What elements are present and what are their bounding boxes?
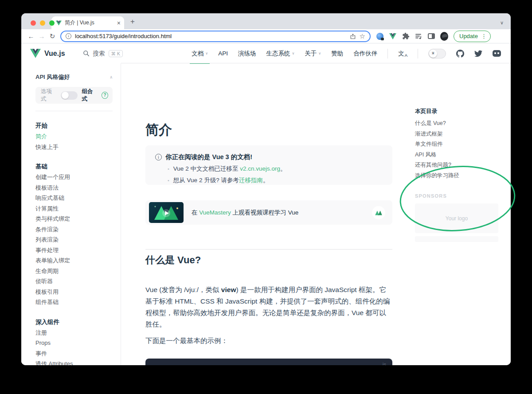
sidebar-group-start: 开始 简介 快速上手 (35, 121, 113, 152)
toc-item[interactable]: 还有其他问题? (415, 160, 509, 171)
sidebar-item[interactable]: 表单输入绑定 (35, 255, 113, 266)
navbar-links: 文档∨ API 演练场 生态系统∨ 关于∨ 赞助 合作伙伴 文A ☀ (192, 49, 501, 59)
sponsor-placeholder[interactable]: Your logo (415, 203, 498, 233)
browser-tab[interactable]: 简介 | Vue.js × (51, 16, 124, 29)
share-icon[interactable] (350, 33, 356, 39)
doc-content: 简介 i 你正在阅读的是 Vue 3 的文档! • Vue 2 中文文档已迁移至… (145, 63, 392, 365)
twitter-icon[interactable] (474, 50, 482, 58)
minimize-window-button[interactable] (40, 20, 45, 26)
vuemastery-banner[interactable]: 在 VueMastery 上观看视频课程学习 Vue (145, 200, 392, 225)
vpn-extension-icon[interactable] (376, 32, 384, 40)
composition-api-label[interactable]: 组合式 (82, 88, 98, 103)
tab-search-chevron-icon[interactable]: ∨ (500, 20, 504, 29)
sponsor-placeholder-text: Your logo (446, 215, 468, 222)
migration-guide-link[interactable]: 迁移指南 (239, 177, 263, 183)
url-bar[interactable]: i localhost:5173/guide/introduction.html… (60, 31, 371, 42)
divider (35, 111, 113, 111)
intro-paragraph: Vue (发音为 /vjuː/，类似 view) 是一款用于构建用户界面的 Ja… (145, 284, 392, 330)
search-label: 搜索 (93, 50, 105, 58)
profile-avatar[interactable] (440, 32, 448, 40)
brand-name: Vue.js (44, 50, 65, 58)
translate-icon[interactable]: 文A (398, 50, 407, 58)
search-kbd-hint: ⌘ K (109, 50, 123, 57)
theme-toggle[interactable]: ☀ (428, 49, 446, 59)
options-api-label[interactable]: 选项式 (41, 88, 56, 103)
code-block[interactable]: js import { createApp } from 'vue' creat… (145, 359, 392, 365)
api-style-toggle[interactable] (61, 91, 78, 100)
toc-item[interactable]: 渐进式框架 (415, 129, 509, 140)
back-button[interactable]: ← (26, 32, 36, 40)
search-button[interactable]: 搜索 ⌘ K (83, 50, 123, 58)
sidebar-item[interactable]: 事件处理 (35, 245, 113, 256)
sidebar-item-introduction[interactable]: 简介 (35, 131, 113, 142)
browser-window: 简介 | Vue.js × + ∨ ← → ↻ i localhost:5173… (21, 13, 511, 365)
browser-toolbar: ← → ↻ i localhost:5173/guide/introductio… (21, 29, 511, 43)
close-window-button[interactable] (31, 20, 36, 26)
sidebar-item[interactable]: 类与样式绑定 (35, 214, 113, 224)
sidebar-item[interactable]: 模板引用 (35, 287, 113, 297)
maximize-window-button[interactable] (49, 20, 55, 26)
sidebar-item[interactable]: 透传 Attributes (35, 359, 113, 365)
new-tab-button[interactable]: + (130, 17, 135, 29)
toc-item[interactable]: 单文件组件 (415, 139, 509, 150)
api-preference-title: API 风格偏好 (35, 73, 70, 81)
nav-link-partners[interactable]: 合作伙伴 (353, 50, 377, 58)
api-preference-header[interactable]: API 风格偏好 ∧ (35, 73, 113, 81)
sidebar-item[interactable]: 创建一个应用 (35, 172, 113, 183)
vuemastery-link[interactable]: VueMastery (199, 209, 231, 216)
nav-link-ecosystem[interactable]: 生态系统∨ (266, 50, 294, 58)
sidebar-item[interactable]: 条件渲染 (35, 224, 113, 235)
sidebar-item[interactable]: Props (35, 338, 113, 348)
nav-link-docs[interactable]: 文档∨ (192, 50, 208, 58)
reload-button[interactable]: ↻ (47, 32, 58, 40)
toc-title: 本页目录 (415, 108, 509, 116)
toc-item[interactable]: 选择你的学习路径 (415, 171, 509, 181)
chevron-down-icon: ∨ (205, 51, 208, 55)
traffic-lights (31, 20, 55, 26)
vue-logo[interactable]: Vue.js (30, 49, 65, 58)
sidebar-group-title: 开始 (35, 121, 113, 131)
vuemastery-video-thumbnail[interactable] (149, 202, 184, 223)
vue-logo-icon (30, 49, 41, 58)
vue-devtools-extension-icon[interactable] (389, 32, 397, 40)
nav-link-about[interactable]: 关于∨ (305, 50, 321, 58)
sidebar-item[interactable]: 模板语法 (35, 183, 113, 193)
side-panel-icon[interactable] (427, 32, 435, 40)
nav-link-sponsor[interactable]: 赞助 (331, 50, 343, 58)
browser-menu-dots-icon[interactable]: ⋮ (481, 33, 487, 39)
chrome-update-button[interactable]: Update ⋮ (454, 31, 491, 42)
vue-favicon-icon (56, 20, 62, 26)
vue2-docs-link[interactable]: v2.cn.vuejs.org (240, 165, 280, 172)
discord-icon[interactable] (493, 50, 501, 57)
tab-title: 简介 | Vue.js (65, 19, 114, 27)
api-style-help-icon[interactable]: ? (102, 92, 108, 99)
page-title: 简介 (145, 121, 392, 139)
collapse-chevron-icon[interactable]: ∧ (110, 75, 113, 79)
nav-link-playground[interactable]: 演练场 (238, 50, 256, 58)
example-lead-in: 下面是一个最基本的示例： (145, 330, 392, 346)
sidebar-item[interactable]: 生命周期 (35, 266, 113, 277)
bookmark-star-icon[interactable]: ☆ (360, 32, 365, 40)
sidebar-item[interactable]: 计算属性 (35, 203, 113, 214)
sidebar-item[interactable]: 注册 (35, 328, 113, 338)
nav-link-api[interactable]: API (218, 50, 228, 57)
bullet-icon: • (168, 178, 169, 183)
sidebar-item[interactable]: 组件基础 (35, 297, 113, 308)
sidebar-item[interactable]: 列表渲染 (35, 234, 113, 245)
sidebar-item[interactable]: 响应式基础 (35, 193, 113, 203)
sidebar-item[interactable]: 侦听器 (35, 276, 113, 287)
sponsors-label: SPONSORS (415, 193, 509, 199)
code-language-badge: js (383, 362, 386, 365)
github-icon[interactable] (456, 50, 464, 58)
site-info-icon[interactable]: i (66, 33, 71, 39)
sidebar-item-quick-start[interactable]: 快速上手 (35, 142, 113, 152)
playlist-extension-icon[interactable] (415, 32, 422, 40)
toc-item[interactable]: 什么是 Vue? (415, 118, 509, 129)
toc-item[interactable]: API 风格 (415, 150, 509, 160)
extensions-puzzle-icon[interactable] (402, 32, 410, 40)
info-bullet-migration: • 想从 Vue 2 升级? 请参考迁移指南。 (168, 176, 382, 184)
url-text[interactable]: localhost:5173/guide/introduction.html (75, 33, 346, 39)
sidebar-item[interactable]: 事件 (35, 348, 113, 359)
tab-close-icon[interactable]: × (117, 20, 121, 26)
docs-sidebar: API 风格偏好 ∧ 选项式 组合式 ? 开始 简介 快速上手 基础 创建一个应… (21, 63, 121, 365)
